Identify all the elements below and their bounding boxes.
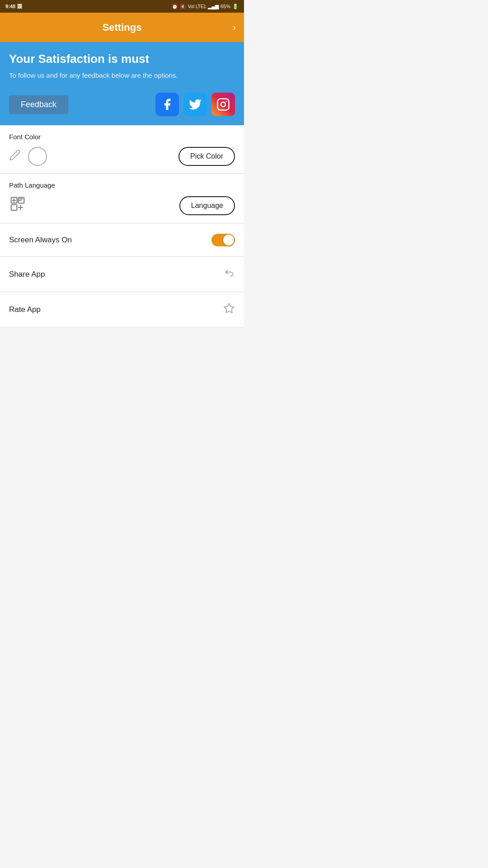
font-color-section: Font Color Pick Color (0, 126, 244, 174)
signal-text: VoI LTE1 (188, 4, 206, 9)
language-button[interactable]: Language (179, 196, 235, 215)
app-header: Settings › (0, 13, 244, 42)
path-language-left (9, 195, 26, 216)
signal-bars: ▂▄▆ (208, 4, 219, 9)
banner-title: Your Satisfaction is must (9, 52, 235, 66)
svg-rect-4 (11, 205, 17, 211)
rate-app-label: Rate App (9, 305, 41, 314)
font-color-left (9, 147, 47, 166)
font-color-row: Pick Color (9, 147, 235, 166)
banner-subtitle: To follow us and for any feedback below … (9, 71, 235, 80)
time-display: 9:48 (5, 4, 15, 9)
share-icon (223, 267, 235, 282)
path-language-row: Language (9, 195, 235, 216)
path-language-label: Path Language (9, 181, 235, 189)
facebook-icon[interactable] (155, 93, 179, 116)
battery-icon: 🔋 (232, 4, 239, 9)
image-icon: 🖼 (17, 4, 22, 9)
status-right: ⏰ 🔇 VoI LTE1 ▂▄▆ 65% 🔋 (172, 4, 239, 9)
translate-icon (9, 195, 26, 216)
instagram-icon[interactable] (211, 93, 235, 116)
social-icons-row (155, 93, 235, 116)
font-color-label: Font Color (9, 133, 235, 141)
share-app-section[interactable]: Share App (0, 257, 244, 292)
screen-always-on-section: Screen Always On (0, 224, 244, 257)
battery: 65% (221, 4, 230, 9)
pencil-icon (9, 149, 21, 164)
share-app-label: Share App (9, 270, 45, 279)
screen-always-on-label: Screen Always On (9, 236, 72, 245)
alarm-icon: ⏰ (172, 4, 178, 9)
color-preview-circle (28, 147, 47, 166)
twitter-icon[interactable] (183, 93, 207, 116)
banner-actions: Feedback (9, 93, 235, 116)
path-language-section: Path Language Language (0, 174, 244, 223)
status-time: 9:48 🖼 (5, 4, 22, 9)
star-icon (223, 302, 235, 317)
pick-color-button[interactable]: Pick Color (178, 147, 235, 166)
status-bar: 9:48 🖼 ⏰ 🔇 VoI LTE1 ▂▄▆ 65% 🔋 (0, 0, 244, 13)
svg-marker-5 (224, 303, 234, 313)
rate-app-section[interactable]: Rate App (0, 292, 244, 327)
mute-icon: 🔇 (180, 4, 186, 9)
feedback-button[interactable]: Feedback (9, 95, 68, 114)
svg-rect-0 (218, 99, 229, 110)
header-title: Settings (103, 22, 142, 33)
toggle-knob (223, 235, 234, 245)
banner-section: Your Satisfaction is must To follow us a… (0, 42, 244, 125)
header-forward-icon[interactable]: › (233, 22, 236, 33)
screen-always-on-toggle[interactable] (211, 234, 235, 246)
